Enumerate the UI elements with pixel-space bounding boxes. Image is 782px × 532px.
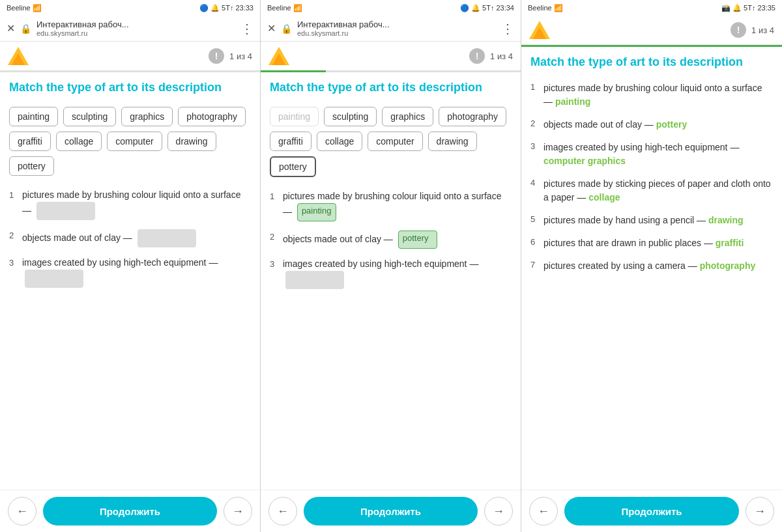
result-item-4: 4 pictures made by sticking pieces of pa… bbox=[530, 177, 773, 204]
result-item-7: 7 pictures created by using a camera — p… bbox=[530, 259, 773, 273]
back-btn-1[interactable]: ← bbox=[8, 497, 36, 525]
result-num-4: 4 bbox=[530, 177, 543, 189]
browser-title-2: Интерактивная рабоч... bbox=[297, 20, 496, 29]
result-num-6: 6 bbox=[530, 236, 543, 248]
results-list: 1 pictures made by brushing colour liqui… bbox=[530, 81, 773, 273]
continue-btn-2[interactable]: Продолжить bbox=[304, 497, 478, 525]
answer-text-1-2: objects made out of clay — bbox=[22, 229, 251, 247]
page-count-3: 1 из 4 bbox=[751, 25, 774, 35]
result-text-2: objects made out of clay — pottery bbox=[543, 118, 687, 132]
browser-menu-1[interactable]: ⋮ bbox=[240, 21, 253, 36]
page-count-2: 1 из 4 bbox=[490, 51, 513, 61]
info-btn-1[interactable]: ! bbox=[209, 48, 224, 64]
result-answer-2: pottery bbox=[656, 119, 687, 130]
chip-drawing-1[interactable]: drawing bbox=[167, 132, 216, 151]
result-answer-6: graffiti bbox=[716, 238, 744, 248]
lock-icon-1: 🔒 bbox=[20, 23, 31, 34]
chip-graphics-2[interactable]: graphics bbox=[382, 107, 433, 126]
app-logo-1 bbox=[8, 47, 29, 65]
forward-btn-3[interactable]: → bbox=[746, 497, 774, 525]
chip-sculpting-2[interactable]: sculpting bbox=[324, 107, 377, 126]
result-answer-1: painting bbox=[555, 96, 590, 107]
bottom-nav-3: ← Продолжить → bbox=[521, 490, 782, 532]
chip-pottery-1[interactable]: pottery bbox=[9, 156, 54, 176]
chip-graffiti-2[interactable]: graffiti bbox=[270, 132, 311, 151]
chip-painting-2[interactable]: painting bbox=[270, 107, 319, 126]
answer-text-2-2: objects made out of clay — pottery bbox=[283, 231, 512, 249]
answer-item-1-1: 1 pictures made by brushing colour liqui… bbox=[9, 189, 251, 220]
chip-photography-2[interactable]: photography bbox=[439, 107, 506, 126]
result-item-5: 5 pictures made by hand using a pencil —… bbox=[530, 214, 773, 227]
chip-graffiti-1[interactable]: graffiti bbox=[9, 132, 51, 151]
carrier-3: Beeline 📶 bbox=[528, 4, 563, 12]
result-text-5: pictures made by hand using a pencil — d… bbox=[543, 214, 744, 227]
page-count-1: 1 из 4 bbox=[229, 51, 252, 61]
forward-btn-2[interactable]: → bbox=[484, 497, 513, 525]
result-answer-7: photography bbox=[700, 260, 756, 271]
answer-item-2-1: 1 pictures made by brushing colour liqui… bbox=[270, 190, 512, 221]
back-btn-3[interactable]: ← bbox=[529, 497, 558, 525]
answer-list-2: 1 pictures made by brushing colour liqui… bbox=[270, 190, 512, 288]
result-num-7: 7 bbox=[530, 259, 543, 271]
answer-blank-2-1[interactable]: painting bbox=[297, 203, 336, 221]
chip-painting-1[interactable]: painting bbox=[9, 107, 58, 126]
result-answer-3: computer graphics bbox=[543, 156, 626, 166]
word-bank-1: painting sculpting graphics photography … bbox=[9, 107, 251, 176]
result-answer-4: collage bbox=[588, 192, 620, 203]
browser-url-2: edu.skysmart.ru bbox=[297, 29, 496, 37]
answer-num-2-2: 2 bbox=[270, 231, 283, 243]
chip-photography-1[interactable]: photography bbox=[178, 107, 246, 126]
info-btn-2[interactable]: ! bbox=[469, 48, 485, 64]
chip-graphics-1[interactable]: graphics bbox=[121, 107, 173, 126]
answer-blank-1-2[interactable] bbox=[138, 229, 196, 247]
result-text-4: pictures made by sticking pieces of pape… bbox=[543, 177, 773, 204]
continue-btn-1[interactable]: Продолжить bbox=[43, 497, 217, 525]
header-right-1: ! 1 из 4 bbox=[209, 48, 252, 64]
status-bar-1: Beeline 📶 🔵 🔔 5T↑ 23:33 bbox=[0, 0, 260, 16]
chip-drawing-2[interactable]: drawing bbox=[428, 132, 477, 151]
chip-collage-2[interactable]: collage bbox=[317, 132, 362, 151]
answer-blank-1-1[interactable] bbox=[36, 202, 95, 220]
bottom-nav-2: ← Продолжить → bbox=[261, 490, 521, 532]
app-logo-2 bbox=[268, 47, 289, 65]
chip-collage-1[interactable]: collage bbox=[56, 132, 102, 151]
answer-num-1-2: 2 bbox=[9, 230, 22, 242]
result-text-3: images created by using high-tech equipm… bbox=[543, 141, 773, 168]
question-title-2: Match the type of art to its description bbox=[270, 80, 512, 95]
header-right-3: ! 1 из 4 bbox=[731, 22, 774, 38]
status-bar-3: Beeline 📶 📸 🔔 5T↑ 23:35 bbox=[521, 0, 782, 16]
word-bank-2: painting sculpting graphics photography … bbox=[270, 107, 512, 177]
result-item-3: 3 images created by using high-tech equi… bbox=[530, 141, 773, 168]
answer-item-2-2: 2 objects made out of clay — pottery bbox=[270, 231, 512, 249]
app-header-1: ! 1 из 4 bbox=[0, 42, 260, 70]
result-answer-5: drawing bbox=[708, 215, 744, 225]
browser-close-1[interactable]: ✕ bbox=[7, 22, 15, 35]
chip-computer-2[interactable]: computer bbox=[368, 132, 422, 151]
content-2: Match the type of art to its description… bbox=[261, 72, 521, 490]
chip-computer-1[interactable]: computer bbox=[107, 132, 162, 151]
content-1: Match the type of art to its description… bbox=[0, 72, 260, 490]
forward-btn-1[interactable]: → bbox=[224, 497, 252, 525]
status-bar-2: Beeline 📶 🔵 🔔 5T↑ 23:34 bbox=[261, 0, 521, 16]
answer-blank-2-2[interactable]: pottery bbox=[398, 231, 437, 249]
result-num-1: 1 bbox=[530, 81, 543, 93]
browser-menu-2[interactable]: ⋮ bbox=[501, 21, 514, 36]
app-header-3: ! 1 из 4 bbox=[521, 16, 782, 45]
answer-blank-2-3[interactable] bbox=[285, 271, 344, 289]
chip-sculpting-1[interactable]: sculpting bbox=[63, 107, 116, 126]
browser-url-1: edu.skysmart.ru bbox=[36, 29, 235, 37]
question-title-1: Match the type of art to its description bbox=[9, 80, 251, 95]
time-3: 📸 🔔 5T↑ 23:35 bbox=[721, 4, 775, 12]
continue-btn-3[interactable]: Продолжить bbox=[564, 497, 739, 525]
chip-pottery-2[interactable]: pottery bbox=[270, 156, 316, 177]
browser-close-2[interactable]: ✕ bbox=[267, 22, 276, 35]
answer-item-1-3: 3 images created by using high-tech equi… bbox=[9, 257, 251, 288]
answer-text-1-1: pictures made by brushing colour liquid … bbox=[22, 189, 251, 220]
info-btn-3[interactable]: ! bbox=[731, 22, 746, 38]
browser-title-1: Интерактивная рабоч... bbox=[36, 20, 235, 29]
answer-num-2-1: 1 bbox=[270, 191, 283, 203]
lock-icon-2: 🔒 bbox=[281, 23, 292, 34]
back-btn-2[interactable]: ← bbox=[268, 497, 297, 525]
answer-blank-1-3[interactable] bbox=[25, 270, 83, 288]
answer-list-1: 1 pictures made by brushing colour liqui… bbox=[9, 189, 251, 287]
